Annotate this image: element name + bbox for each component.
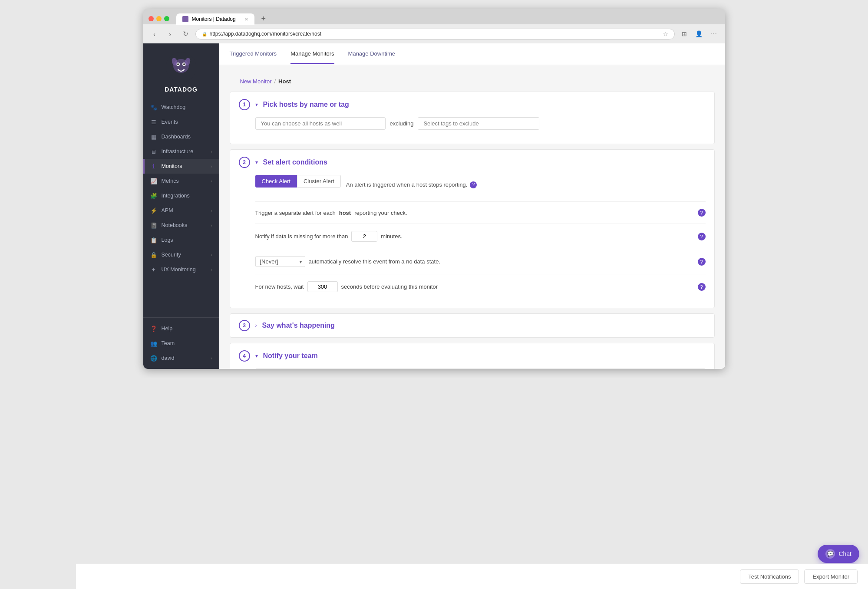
auto-resolve-select[interactable]: [Never] After 1 hour After 2 hours — [255, 256, 305, 267]
section1-number: 1 — [239, 99, 250, 110]
auto-resolve-row: [Never] After 1 hour After 2 hours autom… — [255, 249, 706, 274]
missing-data-help-icon[interactable]: ? — [698, 233, 706, 240]
sidebar-item-apm[interactable]: ⚡ APM › — [143, 203, 219, 218]
monitors-chevron-icon: › — [211, 164, 212, 169]
sidebar-brand-label: DATADOG — [165, 86, 198, 93]
host-picker-row: excluding — [255, 117, 706, 130]
sidebar: DATADOG 🐾 Watchdog ☰ Events ▦ Dashboards… — [143, 43, 219, 369]
team-icon: 👥 — [150, 340, 157, 347]
sidebar-bottom: ❓ Help 👥 Team 🌐 david › — [143, 317, 219, 369]
maximize-button[interactable] — [164, 16, 169, 21]
reload-button[interactable]: ↻ — [180, 28, 192, 40]
minimize-button[interactable] — [156, 16, 162, 21]
svg-point-4 — [177, 63, 179, 65]
triggered-monitors-nav[interactable]: Triggered Monitors — [230, 44, 277, 64]
section-notify-team: 4 ▾ Notify your team Do not notify — [230, 343, 715, 369]
section4-title: Notify your team — [263, 352, 318, 360]
menu-button[interactable]: ⋯ — [708, 28, 720, 40]
section4-body: Do not notify Notify alert recipients wh… — [230, 369, 714, 369]
section3-header[interactable]: 3 › Say what's happening — [230, 314, 714, 337]
sidebar-item-ux-monitoring[interactable]: ✦ UX Monitoring › — [143, 262, 219, 277]
check-alert-button[interactable]: Check Alert — [255, 175, 297, 188]
section3-number: 3 — [239, 320, 250, 331]
datadog-logo-icon — [166, 52, 196, 82]
sidebar-item-help[interactable]: ❓ Help — [143, 321, 219, 336]
metrics-icon: 📈 — [150, 178, 157, 184]
section4-header[interactable]: 4 ▾ Notify your team — [230, 343, 714, 369]
sidebar-item-metrics[interactable]: 📈 Metrics › — [143, 174, 219, 188]
david-chevron-icon: › — [211, 356, 212, 361]
breadcrumb-link[interactable]: New Monitor — [240, 78, 272, 85]
resolve-help-icon[interactable]: ? — [698, 258, 706, 266]
section2-title: Set alert conditions — [263, 158, 327, 166]
sidebar-item-dashboards[interactable]: ▦ Dashboards — [143, 129, 219, 144]
apm-chevron-icon: › — [211, 208, 212, 213]
notify-missing-data-row: Notify if data is missing for more than … — [255, 224, 706, 249]
extensions-button[interactable]: ⊞ — [678, 28, 690, 40]
logs-icon: 📋 — [150, 237, 157, 243]
sidebar-item-david[interactable]: 🌐 david › — [143, 351, 219, 365]
events-icon: ☰ — [150, 118, 157, 125]
sidebar-item-infrastructure[interactable]: 🖥 Infrastructure › — [143, 144, 219, 159]
breadcrumb-current: Host — [278, 78, 291, 85]
ux-chevron-icon: › — [211, 267, 212, 272]
sidebar-item-watchdog[interactable]: 🐾 Watchdog — [143, 100, 219, 115]
section3-title: Say what's happening — [262, 322, 335, 329]
browser-titlebar: Monitors | Datadog ✕ + — [143, 9, 725, 24]
tab-close-icon[interactable]: ✕ — [244, 16, 248, 22]
notify-services-input[interactable] — [255, 369, 706, 369]
address-bar[interactable]: 🔒 https://app.datadoghq.com/monitors#cre… — [195, 29, 675, 39]
user-globe-icon: 🌐 — [150, 355, 157, 362]
ux-monitoring-icon: ✦ — [150, 266, 157, 273]
sidebar-logo: DATADOG — [143, 43, 219, 100]
sidebar-item-team[interactable]: 👥 Team — [143, 336, 219, 351]
new-tab-button[interactable]: + — [259, 14, 269, 23]
forward-button[interactable]: › — [164, 28, 176, 40]
dashboards-icon: ▦ — [150, 133, 157, 140]
host-bold-label: host — [339, 210, 351, 216]
missing-minutes-input[interactable] — [351, 231, 377, 242]
app-content: DATADOG 🐾 Watchdog ☰ Events ▦ Dashboards… — [143, 43, 725, 369]
bookmark-icon[interactable]: ☆ — [663, 31, 668, 37]
manage-downtime-nav[interactable]: Manage Downtime — [348, 44, 395, 64]
sidebar-item-integrations[interactable]: 🧩 Integrations — [143, 188, 219, 203]
lock-icon: 🔒 — [202, 32, 207, 36]
sidebar-item-events[interactable]: ☰ Events — [143, 115, 219, 129]
new-hosts-row: For new hosts, wait seconds before evalu… — [255, 274, 706, 299]
sidebar-item-logs[interactable]: 📋 Logs — [143, 233, 219, 247]
tags-exclude-input[interactable] — [418, 117, 539, 130]
top-nav: Triggered Monitors Manage Monitors Manag… — [219, 43, 725, 65]
sidebar-nav: 🐾 Watchdog ☰ Events ▦ Dashboards 🖥 Infra… — [143, 100, 219, 317]
manage-monitors-nav[interactable]: Manage Monitors — [290, 44, 334, 64]
browser-tab[interactable]: Monitors | Datadog ✕ — [176, 13, 254, 25]
toolbar-actions: ⊞ 👤 ⋯ — [678, 28, 720, 40]
new-hosts-wait-input[interactable] — [307, 281, 338, 292]
sidebar-item-notebooks[interactable]: 📓 Notebooks › — [143, 218, 219, 233]
new-hosts-help-icon[interactable]: ? — [698, 283, 706, 291]
breadcrumb-separator: / — [274, 78, 276, 85]
profile-button[interactable]: 👤 — [693, 28, 705, 40]
host-name-input[interactable] — [255, 117, 386, 130]
section2-number: 2 — [239, 157, 250, 168]
cluster-alert-button[interactable]: Cluster Alert — [297, 175, 341, 188]
sidebar-item-monitors[interactable]: ℹ Monitors › — [143, 159, 219, 174]
section1-header[interactable]: 1 ▾ Pick hosts by name or tag — [230, 92, 714, 117]
monitors-icon: ℹ — [150, 163, 157, 170]
sidebar-item-security[interactable]: 🔒 Security › — [143, 247, 219, 262]
section2-body: Check Alert Cluster Alert An alert is tr… — [230, 175, 714, 308]
tab-title: Monitors | Datadog — [192, 16, 236, 22]
security-icon: 🔒 — [150, 251, 157, 258]
close-button[interactable] — [149, 16, 154, 21]
auto-resolve-select-wrapper: [Never] After 1 hour After 2 hours — [255, 256, 305, 267]
section-say-whats-happening: 3 › Say what's happening — [230, 313, 715, 338]
metrics-chevron-icon: › — [211, 179, 212, 184]
url-text: https://app.datadoghq.com/monitors#creat… — [210, 31, 660, 37]
back-button[interactable]: ‹ — [149, 28, 161, 40]
alert-description-help-icon[interactable]: ? — [470, 181, 477, 188]
svg-point-5 — [183, 63, 185, 65]
breadcrumb: New Monitor / Host — [230, 72, 715, 85]
watchdog-icon: 🐾 — [150, 104, 157, 111]
alert-description: An alert is triggered when a host stops … — [346, 181, 477, 188]
section2-header[interactable]: 2 ▾ Set alert conditions — [230, 150, 714, 175]
trigger-row-help-icon[interactable]: ? — [698, 209, 706, 217]
